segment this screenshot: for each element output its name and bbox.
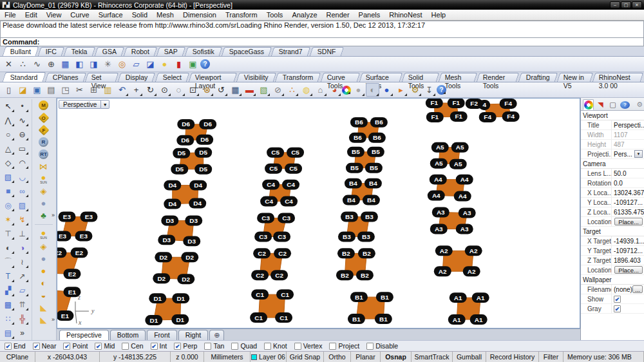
ribbon-tab-display[interactable]: Display [118, 73, 156, 82]
menu-curve[interactable]: Curve [66, 10, 93, 19]
audit-camera-icon[interactable]: ◨ [87, 57, 100, 71]
ring-points-icon[interactable]: ◎ [115, 57, 129, 71]
display-tab[interactable]: ◥ [595, 99, 606, 110]
plugin-tab-sap[interactable]: SAP [156, 47, 185, 56]
overflow-chevron[interactable]: » [52, 316, 55, 323]
ribbon-tab-render-tools[interactable]: Render Tools [477, 73, 519, 82]
viewport-tab-right[interactable]: Right [178, 330, 209, 340]
cell-label-B1[interactable]: B1 [350, 292, 368, 302]
plugin-tab-gsa[interactable]: GSA [94, 47, 124, 56]
cell-label-D5[interactable]: D5 [194, 148, 212, 158]
surface-bend-icon[interactable]: ◡ [15, 170, 29, 184]
cplane-button[interactable]: CPlane [0, 352, 35, 362]
cell-label-A5[interactable]: A5 [431, 142, 449, 153]
options-gears-icon[interactable]: ⚙ [408, 83, 422, 97]
cell-label-E3[interactable]: E3 [75, 231, 92, 241]
cell-label-C5[interactable]: C5 [265, 164, 282, 174]
polygon-icon[interactable]: ◇ [1, 156, 15, 169]
car-icon[interactable]: ▬ [243, 83, 256, 97]
ribbon-tab-solid-tools[interactable]: Solid Tools [402, 73, 440, 82]
cell-label-D4[interactable]: D4 [164, 199, 181, 209]
cell-label-F4[interactable]: F4 [500, 99, 517, 109]
osnap-checkbox-point[interactable]: ✔ [63, 343, 70, 350]
cell-label-A2[interactable]: A2 [434, 266, 451, 276]
extrude-icon[interactable]: ▩ [1, 298, 15, 311]
property-value[interactable]: 1896.403 [611, 256, 644, 265]
viewport-canvas[interactable]: E3E3E3E3E2E2E2E1E1D6D6D6D6D5D5D5D5D4D4D4… [57, 98, 580, 329]
ribbon-tab-cplanes[interactable]: CPlanes [44, 73, 86, 82]
osnap-cen[interactable]: Cen [122, 342, 143, 350]
osnap-int[interactable]: ✔Int [151, 342, 167, 350]
copy-icon[interactable]: ⊞ [87, 83, 100, 97]
ribbon-tab-visibility[interactable]: Visibility [236, 73, 276, 82]
osnap-quad[interactable]: Quad [231, 342, 257, 350]
bowtie-icon[interactable]: ⋈ [32, 160, 55, 173]
plugin-tab-ifc[interactable]: IFC [38, 47, 64, 56]
text-icon[interactable]: T [1, 269, 15, 283]
print-icon[interactable]: ▤ [44, 83, 58, 97]
cell-label-B5[interactable]: B5 [365, 163, 383, 173]
cell-label-F1[interactable]: F1 [448, 99, 465, 108]
ribbon-tab-standard[interactable]: Standard [3, 72, 46, 82]
cell-label-D2[interactable]: D2 [155, 252, 172, 262]
history-icon[interactable]: ↧ [422, 83, 436, 97]
grid-snap-toggle[interactable]: Grid Snap [287, 352, 324, 362]
open-folder-icon[interactable]: ◪ [16, 83, 30, 97]
property-value[interactable]: 0.0 [611, 178, 644, 187]
cell-label-D4[interactable]: D4 [164, 180, 181, 191]
sphere-small2-icon[interactable]: ● [32, 252, 55, 265]
cell-label-A5[interactable]: A5 [430, 158, 448, 169]
cell-label-D1[interactable]: D1 [171, 314, 189, 325]
lightbulb-icon[interactable]: ● [158, 57, 171, 71]
cell-label-D2[interactable]: D2 [181, 252, 198, 262]
cell-label-A4[interactable]: A4 [430, 175, 447, 185]
undo-view-icon[interactable]: ↺ [214, 83, 228, 97]
ribbon-tab-surface-tools[interactable]: Surface Tools [359, 73, 402, 82]
copy-colors-icon[interactable]: ▣ [186, 57, 200, 71]
osnap-perp[interactable]: ✔Perp [174, 342, 197, 350]
cell-label-4[interactable]: 4 [478, 100, 490, 110]
cell-label-F1[interactable]: F1 [426, 112, 444, 122]
boolean-union-icon[interactable]: ◐ [1, 241, 15, 254]
shear-icon[interactable]: ▱ [15, 283, 29, 297]
cell-label-A5[interactable]: A5 [450, 159, 467, 169]
cell-label-D1[interactable]: D1 [172, 293, 189, 303]
cell-label-C1[interactable]: C1 [250, 312, 267, 323]
burst-hatch-icon[interactable]: ✳ [101, 57, 115, 71]
cell-label-B5[interactable]: B5 [346, 163, 363, 173]
osnap-checkbox-end[interactable]: ✔ [5, 343, 12, 350]
cell-label-C2[interactable]: C2 [274, 248, 291, 258]
cell-label-D6[interactable]: D6 [176, 135, 194, 146]
cell-label-D3[interactable]: D3 [185, 215, 202, 225]
lock-icon[interactable]: ⌂ [314, 83, 327, 97]
sun2-icon[interactable]: ●SUN [32, 228, 55, 240]
osnap-disable[interactable]: Disable [366, 342, 398, 350]
ribbon-tab-rhinonest-3-0-00[interactable]: RhinoNest 3.0 00 [592, 73, 643, 82]
viewport-tab-perspective[interactable]: Perspective [59, 330, 109, 340]
projection-dropdown-button[interactable]: ▼ [634, 150, 643, 158]
flow-lines-icon[interactable]: ✕ [2, 57, 15, 71]
cell-label-E2[interactable]: E2 [63, 269, 80, 279]
plugin-tab-sdnf[interactable]: SDNF [309, 47, 343, 56]
record-history-toggle[interactable]: Record History [486, 352, 539, 362]
eos-page-icon[interactable]: ▮ [172, 57, 185, 71]
cell-label-C4[interactable]: C4 [260, 196, 278, 207]
cell-label-B3[interactable]: B3 [341, 212, 358, 222]
osnap-knot[interactable]: Knot [264, 342, 287, 350]
cell-label-E3[interactable]: E3 [57, 231, 71, 241]
trim-icon[interactable]: ⊤ [1, 227, 15, 240]
close-button[interactable]: ✕ [632, 1, 642, 8]
cell-label-B4[interactable]: B4 [345, 178, 362, 189]
new-viewport-tab-button[interactable]: ⊕ [209, 330, 224, 340]
zoom-icon[interactable]: ⊙ [158, 83, 171, 97]
cell-label-A3[interactable]: A3 [432, 207, 450, 218]
sphere-small-icon[interactable]: ● [32, 197, 55, 209]
shade-flat-icon[interactable]: ● [352, 83, 365, 97]
cell-label-D1[interactable]: D1 [149, 293, 166, 303]
new-file-icon[interactable]: ▯ [2, 83, 15, 97]
lightbulb-icon[interactable]: ◍ [299, 83, 313, 97]
boolean-diff-icon[interactable]: ◑ [15, 241, 29, 254]
property-value[interactable]: 50.0 [611, 169, 644, 178]
cell-label-B1[interactable]: B1 [348, 314, 365, 324]
properties-tab[interactable] [583, 99, 594, 110]
